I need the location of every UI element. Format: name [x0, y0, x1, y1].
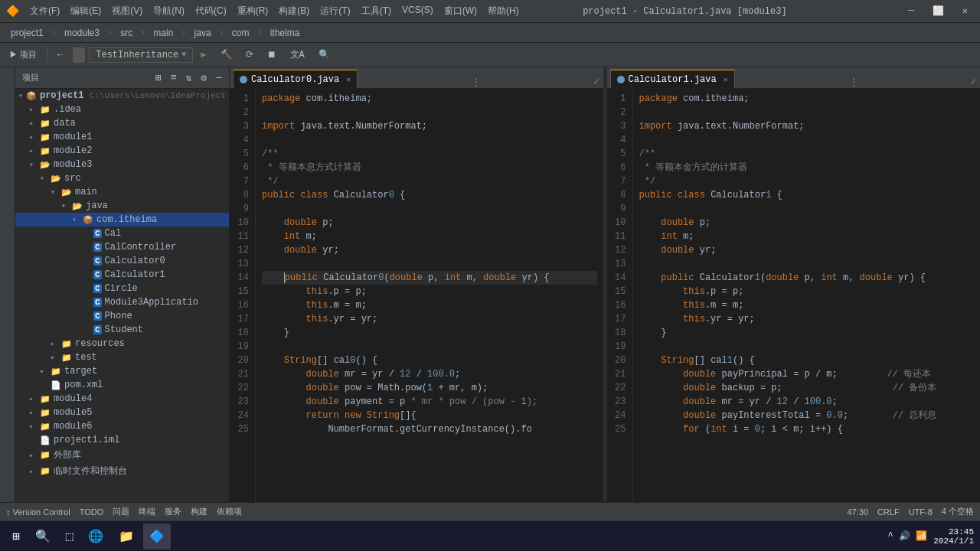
todo-btn[interactable]: TODO: [80, 507, 104, 517]
tree-item-com.itheima[interactable]: ▾📦com.itheima: [15, 213, 229, 227]
code-line[interactable]: [262, 106, 597, 119]
right-editor-tab[interactable]: Calculator1.java ✕: [610, 70, 735, 88]
code-line[interactable]: String[] cal0() {: [262, 354, 597, 367]
tree-item-target[interactable]: ▸📁target: [15, 364, 229, 378]
tree-item-Student[interactable]: CStudent: [15, 323, 229, 337]
search-button[interactable]: 🔍: [312, 47, 336, 63]
code-line[interactable]: this.p = p;: [262, 285, 597, 298]
right-code-editor[interactable]: 1234567891011121314151617181920212223242…: [607, 89, 981, 502]
code-line[interactable]: */: [262, 174, 597, 188]
code-line[interactable]: this.m = m;: [639, 298, 975, 312]
taskbar-edge[interactable]: 🌐: [82, 523, 109, 549]
sidebar-sort-btn[interactable]: ⇅: [182, 70, 196, 86]
translate-button[interactable]: 文A: [284, 46, 311, 64]
start-button[interactable]: ⊞: [6, 523, 26, 549]
indent-selector[interactable]: 4 个空格: [942, 506, 974, 517]
code-line[interactable]: int m;: [639, 230, 975, 243]
menu-item[interactable]: 文件(F): [25, 3, 64, 19]
terminal-btn[interactable]: 终端: [139, 506, 155, 517]
breadcrumb-item[interactable]: java: [190, 26, 216, 40]
tree-item-Calculator1[interactable]: CCalculator1: [15, 268, 229, 282]
menu-item[interactable]: 帮助(H): [483, 3, 524, 19]
code-line[interactable]: import java.text.NumberFormat;: [262, 119, 597, 133]
code-line[interactable]: this.yr = yr;: [639, 312, 975, 326]
code-line[interactable]: String[] cal1() {: [639, 354, 975, 367]
code-line[interactable]: * 等额本息方式计算器: [262, 161, 597, 174]
run-button[interactable]: ▶: [194, 47, 212, 63]
tree-item-project1.iml[interactable]: 📄project1.iml: [15, 433, 229, 447]
breadcrumb-item[interactable]: itheima: [266, 26, 305, 40]
tree-item-external-libs[interactable]: ▸📁外部库: [15, 447, 229, 463]
tree-item-resources[interactable]: ▸📁resources: [15, 337, 229, 350]
menu-item[interactable]: 工具(T): [357, 3, 396, 19]
build-button[interactable]: 🔨: [214, 47, 238, 63]
left-tab-close[interactable]: ✕: [346, 75, 351, 84]
breadcrumb-item[interactable]: com: [227, 26, 254, 40]
tree-item-Phone[interactable]: CPhone: [15, 309, 229, 323]
right-pane-more[interactable]: ⋮: [844, 77, 863, 88]
code-line[interactable]: double payPrincipal = p / m; // 每还本: [639, 367, 975, 381]
left-editor-tab[interactable]: Calculator0.java ✕: [233, 70, 358, 88]
sidebar-flatten-btn[interactable]: ≡: [167, 70, 181, 86]
breadcrumb-item[interactable]: main: [149, 26, 178, 40]
tree-item-CalController[interactable]: CCalController: [15, 240, 229, 254]
menu-item[interactable]: 运行(T): [315, 3, 354, 19]
left-code-content[interactable]: package com.itheima; import java.text.Nu…: [256, 89, 603, 502]
code-line[interactable]: double payment = p * mr * pow / (pow - 1…: [262, 395, 597, 409]
code-line[interactable]: }: [262, 326, 597, 340]
back-button[interactable]: ←: [51, 47, 69, 63]
code-line[interactable]: package com.itheima;: [639, 92, 975, 106]
maximize-button[interactable]: ⬜: [926, 4, 950, 18]
code-line[interactable]: /**: [639, 147, 975, 161]
menu-item[interactable]: 视图(V): [107, 3, 147, 19]
menu-item[interactable]: 编辑(E): [66, 3, 106, 19]
code-line[interactable]: double p;: [639, 216, 975, 230]
code-line[interactable]: [262, 340, 597, 354]
code-line[interactable]: * 等额本金方式的计算器: [639, 161, 975, 174]
taskbar-clock[interactable]: 23:45 2024/1/1: [933, 527, 974, 546]
code-line[interactable]: }: [639, 326, 975, 340]
menu-item[interactable]: 窗口(W): [439, 3, 482, 19]
tree-item-Cal[interactable]: CCal: [15, 227, 229, 240]
code-line[interactable]: NumberFormat.getCurrencyInstance().fo: [262, 422, 597, 436]
code-line[interactable]: double yr;: [639, 243, 975, 257]
code-line[interactable]: for (int i = 0; i < m; i++) {: [639, 422, 975, 436]
project-view-toggle[interactable]: ▶ 项目: [3, 47, 43, 63]
services-btn[interactable]: 服务: [165, 506, 181, 517]
taskbar-taskview[interactable]: ⬚: [60, 523, 80, 549]
breadcrumb-item[interactable]: module3: [60, 26, 104, 40]
code-line[interactable]: [639, 340, 975, 354]
line-ending-selector[interactable]: CRLF: [877, 506, 900, 517]
code-line[interactable]: double payInterestTotal = 0.0; // 总利息: [639, 409, 975, 422]
menu-item[interactable]: 重构(R): [233, 3, 273, 19]
menu-item[interactable]: 导航(N): [149, 3, 189, 19]
tree-item-idea[interactable]: ▸📁.idea: [15, 103, 229, 116]
build-btn[interactable]: 构建: [191, 506, 207, 517]
tree-item-Calculator0[interactable]: CCalculator0: [15, 254, 229, 268]
code-line[interactable]: package com.itheima;: [262, 92, 597, 106]
code-line[interactable]: [262, 257, 597, 271]
tree-item-Module3Application[interactable]: CModule3Applicatio: [15, 295, 229, 309]
code-line[interactable]: [262, 202, 597, 216]
sidebar-scope-btn[interactable]: ⊞: [152, 70, 165, 86]
code-line[interactable]: int m;: [262, 230, 597, 243]
tree-item-pom.xml[interactable]: 📄pom.xml: [15, 378, 229, 392]
code-line[interactable]: this.m = m;: [262, 298, 597, 312]
left-edge-item[interactable]: 项: [0, 67, 15, 80]
code-line[interactable]: [262, 133, 597, 147]
left-code-editor[interactable]: 1234567891011121314151617181920212223242…: [230, 89, 603, 502]
problems-btn[interactable]: 问题: [113, 506, 129, 517]
code-line[interactable]: /**: [262, 147, 597, 161]
code-line[interactable]: double yr;: [262, 243, 597, 257]
code-line[interactable]: this.p = p;: [639, 285, 975, 298]
breadcrumb-item[interactable]: src: [116, 26, 137, 40]
taskbar-intellij[interactable]: 🔷: [143, 523, 171, 549]
code-line[interactable]: [639, 133, 975, 147]
tree-item-module6[interactable]: ▸📁module6: [15, 419, 229, 433]
dependencies-btn[interactable]: 依赖项: [217, 506, 242, 517]
tree-item-src[interactable]: ▾📂src: [15, 171, 229, 185]
code-line[interactable]: [639, 106, 975, 119]
reload-button[interactable]: ⟳: [240, 47, 260, 63]
right-code-content[interactable]: package com.itheima; import java.text.Nu…: [633, 89, 981, 502]
tree-item-module4[interactable]: ▸📁module4: [15, 392, 229, 406]
